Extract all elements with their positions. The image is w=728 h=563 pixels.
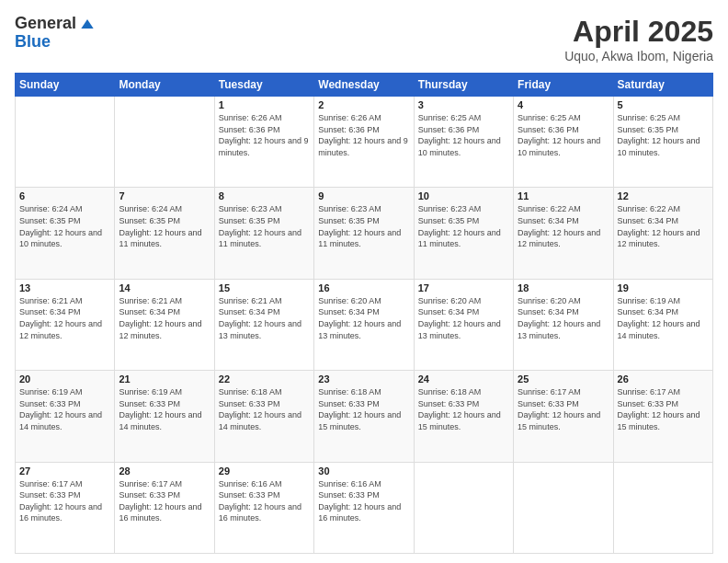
- calendar-cell: [414, 462, 513, 553]
- day-number: 30: [318, 465, 409, 477]
- calendar-cell: 21Sunrise: 6:19 AM Sunset: 6:33 PM Dayli…: [115, 371, 214, 462]
- weekday-header-saturday: Saturday: [613, 74, 712, 97]
- weekday-header-wednesday: Wednesday: [314, 74, 414, 97]
- logo-general-text: General: [15, 15, 76, 33]
- calendar-cell: 6Sunrise: 6:24 AM Sunset: 6:35 PM Daylig…: [16, 188, 115, 279]
- day-info: Sunrise: 6:23 AM Sunset: 6:35 PM Dayligh…: [318, 203, 409, 249]
- calendar-cell: 28Sunrise: 6:17 AM Sunset: 6:33 PM Dayli…: [115, 462, 214, 553]
- calendar-cell: 9Sunrise: 6:23 AM Sunset: 6:35 PM Daylig…: [314, 188, 414, 279]
- calendar-cell: 22Sunrise: 6:18 AM Sunset: 6:33 PM Dayli…: [214, 371, 313, 462]
- day-info: Sunrise: 6:25 AM Sunset: 6:36 PM Dayligh…: [518, 112, 609, 158]
- calendar-cell: 5Sunrise: 6:25 AM Sunset: 6:35 PM Daylig…: [613, 97, 712, 188]
- day-number: 29: [219, 465, 310, 477]
- calendar-cell: 4Sunrise: 6:25 AM Sunset: 6:36 PM Daylig…: [514, 97, 613, 188]
- weekday-header-friday: Friday: [514, 74, 613, 97]
- day-number: 22: [219, 373, 310, 385]
- title-area: April 2025 Uquo, Akwa Ibom, Nigeria: [564, 15, 713, 63]
- day-number: 13: [19, 282, 110, 293]
- calendar-cell: 17Sunrise: 6:20 AM Sunset: 6:34 PM Dayli…: [414, 279, 513, 370]
- day-number: 7: [119, 190, 210, 201]
- calendar-cell: 30Sunrise: 6:16 AM Sunset: 6:33 PM Dayli…: [314, 462, 414, 553]
- weekday-header-sunday: Sunday: [16, 74, 115, 97]
- day-number: 21: [119, 373, 210, 385]
- logo-icon: [78, 15, 97, 33]
- calendar-cell: [613, 462, 712, 553]
- day-number: 14: [119, 282, 210, 293]
- page: General Blue April 2025 Uquo, Akwa Ibom,…: [0, 0, 728, 563]
- day-info: Sunrise: 6:24 AM Sunset: 6:35 PM Dayligh…: [119, 203, 210, 249]
- day-info: Sunrise: 6:25 AM Sunset: 6:36 PM Dayligh…: [418, 112, 509, 158]
- day-number: 12: [618, 190, 709, 201]
- day-number: 18: [518, 282, 609, 293]
- weekday-header-monday: Monday: [115, 74, 214, 97]
- day-number: 8: [219, 190, 310, 201]
- day-info: Sunrise: 6:22 AM Sunset: 6:34 PM Dayligh…: [618, 203, 709, 249]
- day-info: Sunrise: 6:17 AM Sunset: 6:33 PM Dayligh…: [618, 386, 709, 432]
- calendar-cell: 2Sunrise: 6:26 AM Sunset: 6:36 PM Daylig…: [314, 97, 414, 188]
- day-number: 24: [418, 373, 509, 385]
- calendar-cell: [16, 97, 115, 188]
- day-number: 11: [518, 190, 609, 201]
- calendar-cell: 3Sunrise: 6:25 AM Sunset: 6:36 PM Daylig…: [414, 97, 513, 188]
- day-number: 3: [418, 99, 509, 110]
- day-info: Sunrise: 6:18 AM Sunset: 6:33 PM Dayligh…: [318, 386, 409, 432]
- day-number: 10: [418, 190, 509, 201]
- calendar-cell: 23Sunrise: 6:18 AM Sunset: 6:33 PM Dayli…: [314, 371, 414, 462]
- calendar-cell: 27Sunrise: 6:17 AM Sunset: 6:33 PM Dayli…: [16, 462, 115, 553]
- day-info: Sunrise: 6:25 AM Sunset: 6:35 PM Dayligh…: [618, 112, 709, 158]
- calendar-cell: 7Sunrise: 6:24 AM Sunset: 6:35 PM Daylig…: [115, 188, 214, 279]
- day-number: 1: [219, 99, 310, 110]
- day-info: Sunrise: 6:20 AM Sunset: 6:34 PM Dayligh…: [318, 295, 409, 341]
- day-number: 17: [418, 282, 509, 293]
- day-info: Sunrise: 6:26 AM Sunset: 6:36 PM Dayligh…: [219, 112, 310, 158]
- calendar-week-row: 1Sunrise: 6:26 AM Sunset: 6:36 PM Daylig…: [16, 97, 713, 188]
- calendar-cell: 1Sunrise: 6:26 AM Sunset: 6:36 PM Daylig…: [214, 97, 313, 188]
- calendar-cell: 24Sunrise: 6:18 AM Sunset: 6:33 PM Dayli…: [414, 371, 513, 462]
- calendar-cell: 14Sunrise: 6:21 AM Sunset: 6:34 PM Dayli…: [115, 279, 214, 370]
- day-info: Sunrise: 6:23 AM Sunset: 6:35 PM Dayligh…: [418, 203, 509, 249]
- location-subtitle: Uquo, Akwa Ibom, Nigeria: [564, 49, 713, 63]
- day-info: Sunrise: 6:19 AM Sunset: 6:33 PM Dayligh…: [19, 386, 110, 432]
- day-info: Sunrise: 6:20 AM Sunset: 6:34 PM Dayligh…: [418, 295, 509, 341]
- calendar-cell: 25Sunrise: 6:17 AM Sunset: 6:33 PM Dayli…: [514, 371, 613, 462]
- day-info: Sunrise: 6:21 AM Sunset: 6:34 PM Dayligh…: [19, 295, 110, 341]
- day-number: 5: [618, 99, 709, 110]
- day-info: Sunrise: 6:24 AM Sunset: 6:35 PM Dayligh…: [19, 203, 110, 249]
- day-info: Sunrise: 6:21 AM Sunset: 6:34 PM Dayligh…: [119, 295, 210, 341]
- day-info: Sunrise: 6:26 AM Sunset: 6:36 PM Dayligh…: [318, 112, 409, 158]
- day-number: 16: [318, 282, 409, 293]
- day-number: 4: [518, 99, 609, 110]
- day-info: Sunrise: 6:18 AM Sunset: 6:33 PM Dayligh…: [219, 386, 310, 432]
- calendar-cell: [514, 462, 613, 553]
- month-title: April 2025: [564, 15, 713, 49]
- day-info: Sunrise: 6:19 AM Sunset: 6:33 PM Dayligh…: [119, 386, 210, 432]
- day-info: Sunrise: 6:17 AM Sunset: 6:33 PM Dayligh…: [119, 478, 210, 524]
- day-info: Sunrise: 6:16 AM Sunset: 6:33 PM Dayligh…: [219, 478, 310, 524]
- day-number: 27: [19, 465, 110, 477]
- day-info: Sunrise: 6:23 AM Sunset: 6:35 PM Dayligh…: [219, 203, 310, 249]
- calendar-week-row: 6Sunrise: 6:24 AM Sunset: 6:35 PM Daylig…: [16, 188, 713, 279]
- calendar-cell: 15Sunrise: 6:21 AM Sunset: 6:34 PM Dayli…: [214, 279, 313, 370]
- day-info: Sunrise: 6:19 AM Sunset: 6:34 PM Dayligh…: [618, 295, 709, 341]
- calendar-table: SundayMondayTuesdayWednesdayThursdayFrid…: [15, 73, 713, 554]
- logo: General Blue: [15, 15, 97, 52]
- weekday-header-row: SundayMondayTuesdayWednesdayThursdayFrid…: [16, 74, 713, 97]
- calendar-cell: [115, 97, 214, 188]
- day-info: Sunrise: 6:21 AM Sunset: 6:34 PM Dayligh…: [219, 295, 310, 341]
- calendar-week-row: 13Sunrise: 6:21 AM Sunset: 6:34 PM Dayli…: [16, 279, 713, 370]
- day-number: 15: [219, 282, 310, 293]
- calendar-cell: 19Sunrise: 6:19 AM Sunset: 6:34 PM Dayli…: [613, 279, 712, 370]
- day-number: 9: [318, 190, 409, 201]
- calendar-cell: 10Sunrise: 6:23 AM Sunset: 6:35 PM Dayli…: [414, 188, 513, 279]
- day-info: Sunrise: 6:22 AM Sunset: 6:34 PM Dayligh…: [518, 203, 609, 249]
- logo-blue-text: Blue: [15, 33, 51, 52]
- svg-marker-0: [81, 19, 93, 29]
- day-number: 2: [318, 99, 409, 110]
- day-number: 6: [19, 190, 110, 201]
- calendar-cell: 18Sunrise: 6:20 AM Sunset: 6:34 PM Dayli…: [514, 279, 613, 370]
- calendar-cell: 26Sunrise: 6:17 AM Sunset: 6:33 PM Dayli…: [613, 371, 712, 462]
- day-number: 25: [518, 373, 609, 385]
- day-number: 20: [19, 373, 110, 385]
- day-info: Sunrise: 6:18 AM Sunset: 6:33 PM Dayligh…: [418, 386, 509, 432]
- calendar-cell: 12Sunrise: 6:22 AM Sunset: 6:34 PM Dayli…: [613, 188, 712, 279]
